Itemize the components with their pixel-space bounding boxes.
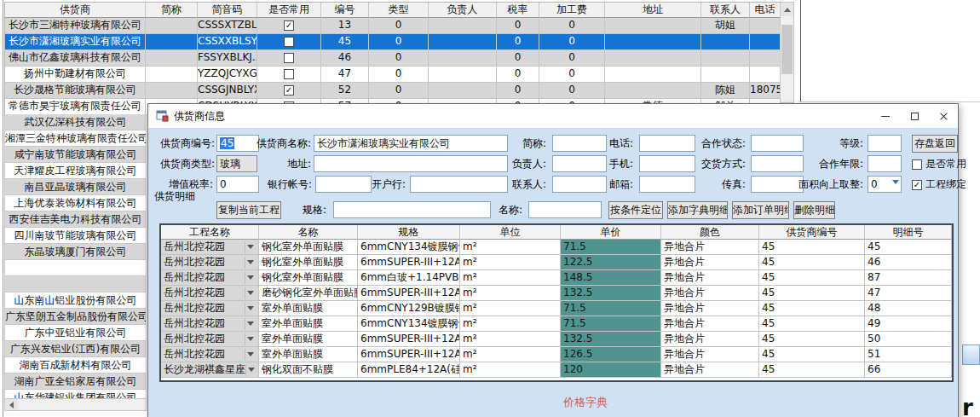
cell-name[interactable]: 室外单面贴膜 <box>259 316 358 332</box>
coop-status-input[interactable] <box>751 135 804 152</box>
cell-detail-no[interactable]: 50 <box>865 332 952 347</box>
cell-manager[interactable] <box>429 83 497 99</box>
manager-input[interactable] <box>552 155 607 172</box>
cell-contact[interactable] <box>701 34 750 50</box>
vat-input[interactable]: 0 <box>216 176 259 193</box>
dialog-titlebar[interactable]: 供货商信息 <box>148 104 958 128</box>
cell-contact[interactable]: 胡姐 <box>701 18 750 34</box>
list-item[interactable]: 上海优泰装饰材料有限公司 <box>5 195 146 211</box>
cell-tax[interactable]: 0 <box>497 83 539 99</box>
cell-name[interactable]: 磨砂钢化室外单面贴膜 <box>259 286 358 301</box>
cell-detail-no[interactable]: 46 <box>865 255 952 270</box>
cell-code[interactable]: CSSGJNBLYXGS <box>198 83 257 99</box>
cell-address[interactable] <box>605 18 701 34</box>
copy-project-button[interactable]: 复制当前工程 <box>216 201 281 219</box>
cell-name[interactable]: 钢化双面不贴膜 <box>259 362 358 378</box>
email-input[interactable] <box>639 176 695 193</box>
cell-color[interactable]: 异地合片 <box>661 301 759 316</box>
cell-phone[interactable] <box>750 18 781 34</box>
add-order-detail-button[interactable]: 添加订单明细 <box>732 201 789 219</box>
cell-common[interactable]: ✓ <box>257 83 321 99</box>
cell-id[interactable]: 45 <box>321 34 369 50</box>
cell-common[interactable] <box>257 67 321 83</box>
cell-color[interactable]: 异地合片 <box>661 270 759 286</box>
cell-contact[interactable]: 陈姐 <box>701 83 750 99</box>
cell-name[interactable]: 钢化室外单面贴膜 <box>259 255 358 270</box>
list-item[interactable]: 湖南百成新材料有限公司 <box>5 357 146 374</box>
cell-unit[interactable]: m² <box>460 255 561 270</box>
cell-fee[interactable]: 0 <box>539 83 605 99</box>
list-item[interactable]: 广东坚朗五金制品股份有限公司 <box>5 309 146 325</box>
coop-years-input[interactable] <box>868 155 902 172</box>
cell-name[interactable]: 室外单面贴膜 <box>259 332 358 347</box>
cell-tax[interactable]: 0 <box>497 34 539 50</box>
cell-address[interactable] <box>605 67 701 83</box>
cell-tax[interactable]: 0 <box>497 18 539 34</box>
cell-id[interactable]: 13 <box>321 18 369 34</box>
cell-phone[interactable] <box>750 34 781 50</box>
table-row-selected[interactable]: 长沙市潇湘玻璃实业有限公司 CSSXXBLSY... 45 0 0 0 <box>5 34 780 50</box>
supplier-type-input[interactable]: 玻璃 <box>216 155 257 172</box>
cell-contact[interactable] <box>701 50 750 67</box>
cell-unit[interactable]: m² <box>460 270 561 286</box>
cell-supplier-no[interactable]: 45 <box>759 301 865 316</box>
bank-input[interactable] <box>410 176 508 193</box>
cell-abbr[interactable] <box>146 18 198 34</box>
list-item[interactable]: 广东中亚铝业有限公司 <box>5 325 146 341</box>
project-bind-checkbox[interactable]: ✓工程绑定 <box>912 176 966 193</box>
cell-manager[interactable] <box>429 18 497 34</box>
cell-spec[interactable]: 6mm白玻+1.14PVB+6mm... <box>358 270 460 286</box>
cell-code[interactable]: CSSXXBLSY... <box>198 34 257 50</box>
table-row[interactable]: 佛山市亿鑫玻璃科技有限公司 FSSYXBLKJ... 46 0 0 0 <box>5 50 780 67</box>
cell-common[interactable]: ✓ <box>257 18 321 34</box>
vertical-scrollbar[interactable] <box>780 2 794 103</box>
cell-unit[interactable]: m² <box>460 316 561 332</box>
list-item[interactable] <box>5 276 146 292</box>
cell-detail-no[interactable]: 45 <box>865 240 952 255</box>
list-item[interactable]: 广东兴发铝业(江西)有限公司 <box>5 341 146 357</box>
detail-row[interactable]: 岳州北控花园 室外单面贴膜 6mmCNY129B镀膜钢化 m² 71.5 异地合… <box>161 301 952 316</box>
cell-phone[interactable] <box>750 50 781 67</box>
list-item[interactable]: 西安佳吉美电力科技有限公司 <box>5 211 146 228</box>
cell-supplier-no[interactable]: 45 <box>759 255 865 270</box>
table-row[interactable]: 长沙市三湘特种玻璃有限公司 CSSSXTZBL... ✓ 13 0 0 0 胡姐 <box>5 18 780 34</box>
cell-id[interactable]: 46 <box>321 50 369 67</box>
cell-price[interactable]: 132.5 <box>561 286 661 301</box>
cell-supplier[interactable]: 扬州中勤建材有限公司 <box>5 67 146 83</box>
list-item[interactable]: 武汉亿深科技有限公司 <box>5 114 146 130</box>
cell-name[interactable]: 室外单面贴膜 <box>259 301 358 316</box>
delivery-input[interactable] <box>751 155 804 172</box>
maximize-button[interactable] <box>900 104 929 128</box>
cell-project-dropdown[interactable]: 岳州北控花园 <box>161 286 259 301</box>
mobile-input[interactable] <box>639 155 695 172</box>
detail-row[interactable]: 岳州北控花园 磨砂钢化室外单面贴膜 6mmSUPER-III+12A(硅... … <box>161 286 952 301</box>
cell-id[interactable]: 47 <box>321 67 369 83</box>
cell-project-dropdown[interactable]: 岳州北控花园 <box>161 347 259 362</box>
cell-price[interactable]: 148.5 <box>561 270 661 286</box>
delete-detail-button[interactable]: 删除明细 <box>793 201 835 219</box>
cell-project-dropdown[interactable]: 岳州北控花园 <box>161 270 259 286</box>
cell-color[interactable]: 异地合片 <box>661 316 759 332</box>
list-item[interactable] <box>5 260 146 276</box>
cell-project-dropdown[interactable]: 岳州北控花园 <box>161 316 259 332</box>
cell-manager[interactable] <box>429 34 497 50</box>
cell-color[interactable]: 异地合片 <box>661 255 759 270</box>
cell-color[interactable]: 异地合片 <box>661 362 759 378</box>
cell-supplier-no[interactable]: 45 <box>759 316 865 332</box>
cell-color[interactable]: 异地合片 <box>661 347 759 362</box>
cell-abbr[interactable] <box>146 50 198 67</box>
cell-price[interactable]: 122.5 <box>561 255 661 270</box>
scrollbar-thumb[interactable] <box>781 25 793 74</box>
cell-supplier-no[interactable]: 45 <box>759 270 865 286</box>
common-checkbox[interactable] <box>284 37 294 47</box>
cell-supplier-no[interactable]: 45 <box>759 332 865 347</box>
cell-supplier-no[interactable]: 45 <box>759 347 865 362</box>
dropdown-icon[interactable] <box>245 333 256 345</box>
common-checkbox[interactable]: ✓ <box>284 85 294 96</box>
cell-color[interactable]: 异地合片 <box>661 286 759 301</box>
dropdown-icon[interactable] <box>245 287 256 299</box>
cell-common[interactable] <box>257 34 321 50</box>
cell-price[interactable]: 132.5 <box>561 332 661 347</box>
cell-supplier[interactable]: 长沙晟格节能玻璃有限公司 <box>5 83 146 99</box>
detail-row[interactable]: 岳州北控花园 钢化室外单面贴膜 6mmCNY134镀膜钢化 m² 71.5 异地… <box>161 240 952 255</box>
